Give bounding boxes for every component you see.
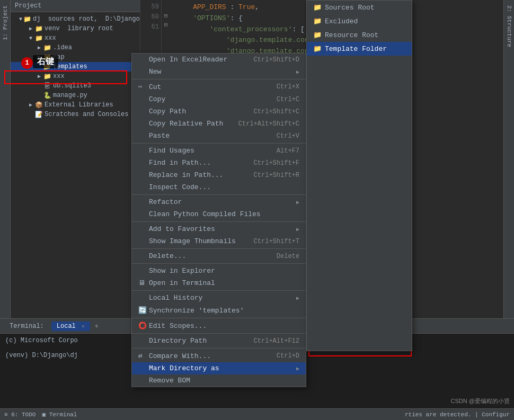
menu-item-open-excel[interactable]: Open In ExcelReader Ctrl+Shift+D [132,53,306,66]
menu-item-remove-bom[interactable]: Remove BOM [132,374,306,387]
menu-item-inspect[interactable]: Inspect Code... [132,181,306,193]
menu-label-find-path: Find in Path... [149,159,245,167]
menu-sep-1 [132,79,306,79]
folder-icon-dj: 📁 [23,15,31,23]
submenu-item-resource-root[interactable]: 📁 Resource Root [307,28,412,42]
menu-item-show-explorer[interactable]: Show in Explorer [132,265,306,277]
tree-item-scratches[interactable]: 📝 Scratches and Consoles [11,110,140,119]
folder-icon-venv: 📁 [35,25,42,32]
status-right: rties are detected. | Configur [405,412,510,418]
tree-item-external[interactable]: ▶ 📦 External Libraries [11,100,140,110]
menu-item-new[interactable]: New ▶ [132,66,306,78]
menu-arrow-new: ▶ [296,69,299,75]
tab-add-button[interactable]: + [92,322,101,330]
tree-item-manage[interactable]: 🐍 manage.py [11,91,140,100]
menu-item-compare[interactable]: ⇄ Compare With... Ctrl+D [132,350,306,362]
tree-item-xxx2[interactable]: ▶ 📁 xxx [11,72,140,81]
menu-label-refactor: Refactor [149,198,294,206]
menu-shortcut-compare: Ctrl+D [277,352,299,360]
submenu-item-excluded[interactable]: 📁 Excluded [307,14,412,28]
fold-60[interactable]: ⊟ [162,12,170,21]
menu-item-edit-scopes[interactable]: ⭕ Edit Scopes... [132,319,306,332]
menu-item-copy[interactable]: Copy Ctrl+C [132,93,306,105]
folder-icon-xxx: 📁 [35,34,42,42]
fold-61[interactable]: ⊟ [162,21,170,30]
menu-label-copy: Copy [149,95,268,103]
structure-tab-label[interactable]: 2: Structure [505,2,513,50]
tree-item-xxx[interactable]: ▼ 📁 xxx [11,33,140,43]
menu-item-delete[interactable]: Delete... Delete [132,250,306,262]
menu-item-local-history[interactable]: Local History ▶ [132,292,306,304]
file-icon-db: 🗄 [43,82,51,90]
tree-item-dj[interactable]: ▼ 📁 dj sources root, D:\Django\dj [11,14,140,24]
project-panel-header: Project [11,0,140,12]
menu-item-clean[interactable]: Clean Python Compiled Files [132,208,306,220]
fold-59[interactable] [162,2,170,12]
tree-label-xxx: xxx [45,34,56,42]
menu-label-remove-bom: Remove BOM [149,377,299,385]
menu-label-compare: Compare With... [149,352,268,360]
menu-label-replace-path: Replace in Path... [149,171,245,179]
menu-item-copy-path[interactable]: Copy Path Ctrl+Shift+C [132,105,306,118]
file-icon-manage: 🐍 [43,92,51,99]
tree-arrow-venv: ▶ [28,25,34,32]
tree-item-venv[interactable]: ▶ 📁 venv library root [11,24,140,33]
tab-local-close[interactable]: ✕ [82,324,85,329]
menu-item-cut[interactable]: ✂ Cut Ctrl+X [132,81,306,93]
menu-shortcut-copy: Ctrl+C [277,96,299,103]
menu-item-dir-path[interactable]: Directory Path Ctrl+Alt+F12 [132,335,306,347]
submenu-label-excluded: Excluded [325,17,358,25]
menu-label-inspect: Inspect Code... [149,183,299,191]
menu-shortcut-open-excel: Ctrl+Shift+D [254,56,299,64]
csdn-watermark: CSDN @爱编程的小贤 [451,397,510,405]
menu-shortcut-copy-path: Ctrl+Shift+C [254,108,299,115]
fold-blank [162,30,170,40]
menu-item-refactor[interactable]: Refactor ▶ [132,196,306,208]
menu-item-open-terminal[interactable]: 🖥 Open in Terminal [132,277,306,289]
menu-label-copy-path: Copy Path [149,108,245,115]
project-tab-label[interactable]: 1: Project [1,2,10,43]
menu-shortcut-dir-path: Ctrl+Alt+F12 [254,337,299,345]
menu-label-find-usages: Find Usages [149,147,268,155]
menu-item-mark-dir[interactable]: Mark Directory as ▶ [132,362,306,374]
menu-arrow-refactor: ▶ [296,199,299,205]
menu-item-replace-path[interactable]: Replace in Path... Ctrl+Shift+R [132,169,306,181]
menu-sep-10 [132,348,306,348]
submenu-item-template-folder[interactable]: 📁 Template Folder [307,42,412,56]
status-todo[interactable]: ≡ 6: TODO [4,412,36,418]
tree-item-db[interactable]: 🗄 db.sqlite3 [11,81,140,91]
menu-item-find-usages[interactable]: Find Usages Alt+F7 [132,145,306,157]
menu-item-sync[interactable]: 🔄 Synchronize 'templates' [132,304,306,317]
tab-local[interactable]: Local ✕ [51,321,90,331]
tree-arrow-external: ▶ [28,102,34,108]
menu-icon-cut: ✂ [138,83,147,91]
status-terminal[interactable]: ▣ Terminal [42,411,77,418]
tree-item-idea[interactable]: ▶ 📁 .idea [11,43,140,52]
excluded-icon: 📁 [313,17,322,25]
menu-item-find-path[interactable]: Find in Path... Ctrl+Shift+F [132,157,306,169]
tree-label-external: External Libraries [45,101,113,109]
submenu-item-sources-root[interactable]: 📁 Sources Root [307,1,412,14]
menu-icon-terminal: 🖥 [138,279,147,287]
menu-shortcut-delete: Delete [277,253,299,260]
tree-arrow-xxx: ▼ [28,35,34,41]
tree-arrow-idea: ▶ [36,44,42,51]
menu-label-mark-dir: Mark Directory as [149,364,294,372]
tree-label-xxx2: xxx [53,73,65,80]
line-num-61: 61 [143,22,159,32]
menu-arrow-mark-dir: ▶ [296,365,299,372]
tree-arrow-manage [36,92,42,99]
tree-label-idea: .idea [53,44,72,51]
tree-label-scratches: Scratches and Consoles [45,111,128,118]
menu-item-paste[interactable]: Paste Ctrl+V [132,130,306,142]
submenu-label-sources-root: Sources Root [325,4,375,12]
sources-root-icon: 📁 [313,3,322,12]
status-bar: ≡ 6: TODO ▣ Terminal rties are detected.… [0,408,514,420]
menu-item-show-thumbnails[interactable]: Show Image Thumbnails Ctrl+Shift+T [132,235,306,247]
menu-label-thumbnails: Show Image Thumbnails [149,237,245,245]
tab-terminal-label: Terminal: [4,321,49,331]
menu-sep-3 [132,194,306,195]
menu-item-copy-rel-path[interactable]: Copy Relative Path Ctrl+Alt+Shift+C [132,118,306,130]
menu-icon-compare: ⇄ [138,352,147,360]
menu-item-add-favorites[interactable]: Add to Favorites ▶ [132,223,306,235]
